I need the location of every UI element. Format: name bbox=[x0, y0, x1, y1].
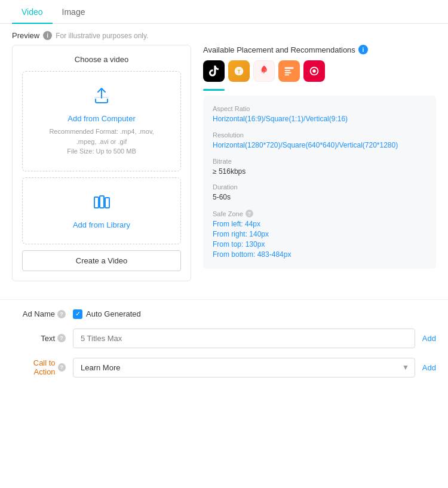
svg-text:T: T bbox=[237, 69, 240, 75]
bitrate-row: Bitrate ≥ 516kbps bbox=[213, 158, 426, 177]
svg-rect-8 bbox=[285, 72, 291, 73]
add-computer-label: Add from Computer bbox=[32, 114, 171, 123]
main-content: Choose a video Add from Computer Recomme… bbox=[0, 45, 448, 299]
call-to-action-info-icon[interactable]: ? bbox=[58, 363, 66, 372]
call-to-action-row: Call to Action ? Learn More Shop Now Sig… bbox=[12, 358, 436, 377]
aspect-ratio-value: Horizontal(16:9)/Square(1:1)/Vertical(9:… bbox=[213, 114, 426, 124]
placement-info-icon[interactable]: i bbox=[358, 45, 368, 54]
upload-icon bbox=[32, 86, 171, 109]
platform-active-bar bbox=[203, 89, 436, 91]
safe-zone-info-icon[interactable]: ? bbox=[246, 210, 253, 217]
auto-generated-checkbox-label[interactable]: ✓ Auto Generated bbox=[73, 309, 141, 319]
safe-zone-left: From left: 44px bbox=[213, 219, 426, 229]
create-video-button[interactable]: Create a Video bbox=[22, 250, 181, 271]
aspect-ratio-label: Aspect Ratio bbox=[213, 105, 426, 112]
text-label: Text ? bbox=[12, 334, 66, 343]
platform-tiktok[interactable] bbox=[203, 60, 225, 82]
library-icon bbox=[32, 192, 171, 216]
call-to-action-select[interactable]: Learn More Shop Now Sign Up Download Con… bbox=[73, 358, 415, 377]
preview-bar: Preview i For illustrative purposes only… bbox=[0, 24, 448, 45]
right-panel: Available Placement and Recommendations … bbox=[203, 45, 436, 287]
platform-news[interactable] bbox=[278, 60, 300, 82]
preview-note: For illustrative purposes only. bbox=[56, 32, 148, 40]
ad-name-label: Ad Name ? bbox=[12, 309, 66, 318]
safe-zone-right: From right: 140px bbox=[213, 229, 426, 240]
text-add-button[interactable]: Add bbox=[422, 334, 436, 343]
preview-info-icon[interactable]: i bbox=[43, 31, 52, 40]
safe-zone-bottom: From bottom: 483-484px bbox=[213, 250, 426, 260]
pangle-indicator bbox=[303, 89, 325, 91]
tiktok-indicator bbox=[203, 89, 225, 91]
svg-rect-9 bbox=[285, 75, 289, 76]
topbuzz-indicator bbox=[228, 89, 250, 91]
svg-point-11 bbox=[312, 69, 316, 73]
tabs-bar: Video Image bbox=[0, 0, 448, 24]
call-to-action-label: Call to Action ? bbox=[12, 358, 66, 376]
safe-zone-label: Safe Zone ? bbox=[213, 210, 426, 217]
tab-video[interactable]: Video bbox=[12, 0, 53, 24]
platform-pangle[interactable] bbox=[303, 60, 325, 82]
svg-rect-2 bbox=[100, 196, 104, 208]
ad-name-row: Ad Name ? ✓ Auto Generated bbox=[12, 309, 436, 319]
auto-generated-label: Auto Generated bbox=[86, 309, 141, 318]
text-info-icon[interactable]: ? bbox=[57, 334, 66, 342]
bitrate-value: ≥ 516kbps bbox=[213, 167, 426, 177]
aspect-ratio-row: Aspect Ratio Horizontal(16:9)/Square(1:1… bbox=[213, 105, 426, 124]
safe-zone-top: From top: 130px bbox=[213, 240, 426, 250]
resolution-value: Horizontal(1280*720)/Square(640*640)/Ver… bbox=[213, 140, 426, 151]
left-panel: Choose a video Add from Computer Recomme… bbox=[12, 45, 191, 287]
call-to-action-select-wrapper: Learn More Shop Now Sign Up Download Con… bbox=[73, 358, 415, 377]
preview-label: Preview bbox=[12, 31, 39, 40]
resolution-row: Resolution Horizontal(1280*720)/Square(6… bbox=[213, 131, 426, 151]
add-from-library-box[interactable]: Add from Library bbox=[22, 177, 181, 244]
form-section: Ad Name ? ✓ Auto Generated Text ? Add Ca… bbox=[0, 299, 448, 397]
choose-video-title: Choose a video bbox=[22, 55, 181, 64]
platform-icons-row: T bbox=[203, 60, 436, 82]
call-to-action-add-button[interactable]: Add bbox=[422, 363, 436, 372]
platform-topbuzz[interactable]: T bbox=[228, 60, 250, 82]
add-library-label: Add from Library bbox=[32, 220, 171, 229]
platform-babe[interactable] bbox=[253, 60, 275, 82]
choose-video-box: Choose a video Add from Computer Recomme… bbox=[12, 45, 191, 281]
text-row: Text ? Add bbox=[12, 329, 436, 348]
duration-value: 5-60s bbox=[213, 192, 426, 202]
news-indicator bbox=[278, 89, 300, 91]
safe-zone-row: Safe Zone ? From left: 44px From right: … bbox=[213, 210, 426, 259]
svg-rect-1 bbox=[94, 197, 99, 208]
svg-rect-3 bbox=[105, 198, 109, 208]
duration-row: Duration 5-60s bbox=[213, 183, 426, 202]
placement-info-box: Aspect Ratio Horizontal(16:9)/Square(1:1… bbox=[203, 96, 436, 269]
placement-title: Available Placement and Recommendations … bbox=[203, 45, 436, 54]
svg-rect-7 bbox=[285, 70, 290, 71]
resolution-label: Resolution bbox=[213, 131, 426, 139]
add-from-computer-box[interactable]: Add from Computer Recommended Format: .m… bbox=[22, 71, 181, 171]
bitrate-label: Bitrate bbox=[213, 158, 426, 165]
add-computer-note: Recommended Format: .mp4, .mov,.mpeg, .a… bbox=[32, 127, 171, 156]
babe-indicator bbox=[253, 89, 275, 91]
tab-image[interactable]: Image bbox=[53, 0, 95, 24]
ad-name-info-icon[interactable]: ? bbox=[57, 310, 66, 318]
svg-rect-6 bbox=[285, 67, 294, 69]
text-input[interactable] bbox=[73, 329, 415, 348]
auto-generated-checkbox[interactable]: ✓ bbox=[73, 309, 82, 319]
duration-label: Duration bbox=[213, 183, 426, 191]
